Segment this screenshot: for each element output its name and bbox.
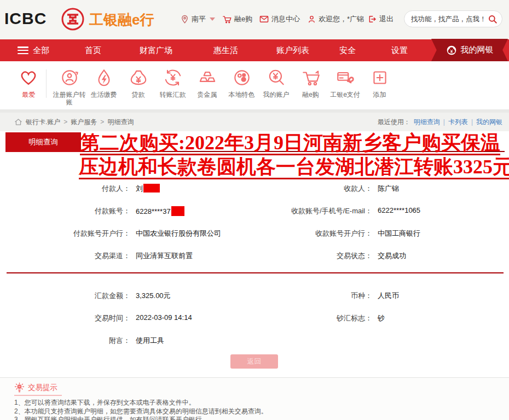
welcome-user[interactable]: 欢迎您，*广锦 [308,14,364,24]
search-input[interactable] [411,15,488,23]
detail-row: 交易时间：2022-03-09 14:14 钞汇标志：钞 [0,307,509,329]
payee-name-value: 陈广锦 [378,184,399,194]
tip-item-1: 1、您可以将查询结果下载，并保存到文本或电子表格文件中。 [14,399,509,407]
fav-item-my-account[interactable]: 我的账户 [259,67,293,109]
field-label: 钞汇标志： [253,313,372,323]
icbc-logo-icon [60,7,85,32]
detail-row: 汇款金额：3,325.00元 币种：人民币 [0,284,509,307]
redaction-box [143,184,160,192]
breadcrumb-separator: > [100,118,104,126]
epay-icon [335,67,356,88]
recent-link-my-ebank[interactable]: 我的网银 [476,118,502,127]
field-label: 付款人： [0,184,130,194]
nav-item-accounts[interactable]: 账户列表 [276,39,309,61]
field-label: 汇款金额： [0,291,130,301]
fav-item-rong-e-gou[interactable]: 融e购 [293,67,328,109]
cart-label: 融e购 [234,14,252,24]
fav-item-life-payment[interactable]: 生活缴费 [86,67,121,109]
icbc-logo-text: ICBC [4,9,47,28]
redaction-box [171,206,184,216]
fav-label: 工银e支付 [330,91,360,98]
icbc-brand-name: 工银融e行 [89,10,154,30]
annotation-line-2: 压边机和长款卷圆机各一台发湖北潜江转账3325元 [79,156,509,179]
pipe-separator: | [443,118,445,126]
field-label: 附言： [0,336,130,346]
fav-item-favorites[interactable]: 最爱 [14,67,43,109]
amount-value: 3,325.00元 [136,291,171,301]
nav-item-wealth[interactable]: 财富广场 [140,39,172,61]
fav-label: 融e购 [302,91,319,98]
detail-row: 付款账号开户行：中国农业银行股份有限公司 收款账号开户行：中国工商银行 [0,222,509,244]
logout-button[interactable]: 退出 [368,14,394,24]
welcome-label: 欢迎您，*广锦 [319,14,364,24]
field-label: 交易渠道： [0,251,130,261]
breadcrumb-separator: > [63,118,67,126]
rong-e-gou-link[interactable]: 融e购 [222,14,252,24]
message-center-link[interactable]: 消息中心 [259,14,300,24]
main-nav: 全部 首页 财富广场 惠生活 账户列表 安全 设置 我的网银 [0,39,509,61]
heart-icon [18,67,39,88]
search-icon[interactable] [488,14,498,24]
breadcrumb-bar: 银行卡.账户 > 账户服务 > 明细查询 最近使用： 明细查询 | 卡列表 | … [0,113,509,131]
register-transfer-icon [59,67,80,88]
transaction-time-value: 2022-03-09 14:14 [136,313,192,323]
field-label: 收款账号/手机号/E-mail： [253,206,372,216]
envelope-icon [259,15,269,23]
red-annotation-overlay: 第二次购买:2022年3月9日河南新乡客户购买保温 压边机和长款卷圆机各一台发湖… [80,131,508,179]
detail-row: 附言：使用工具 [0,329,509,352]
my-ebank-tab[interactable]: 我的网银 [431,39,508,61]
precious-metal-icon [197,67,218,88]
back-button[interactable]: 返回 [230,354,278,369]
logout-label: 退出 [379,14,394,24]
transaction-detail-panel: 明细查询 第二次购买:2022年3月9日河南新乡客户购买保温 压边机和长款卷圆机… [0,131,509,377]
location-pin-icon [181,14,189,24]
page-title: 明细查询 [5,132,81,152]
cart-icon [222,15,232,24]
currency-value: 人民币 [378,291,399,301]
fav-item-epay[interactable]: 工银e支付 [328,67,362,109]
nav-item-home[interactable]: 首页 [85,39,101,61]
breadcrumb-item-account-services[interactable]: 账户服务 [71,118,97,127]
nav-item-all[interactable]: 全部 [33,39,49,61]
tips-title: 交易提示 [14,381,62,396]
nav-item-life[interactable]: 惠生活 [213,39,238,61]
fav-item-local-feature[interactable]: 本地特色 [224,67,259,109]
field-label: 付款账号： [0,206,130,216]
annotation-line-1: 第二次购买:2022年3月9日河南新乡客户购买保温 [80,132,500,155]
top-header: ICBC 工银融e行 南平 融e购 [0,0,509,39]
search-bar[interactable] [404,10,502,27]
nav-item-security[interactable]: 安全 [339,39,356,61]
hamburger-menu-icon[interactable] [18,46,28,54]
my-ebank-label: 我的网银 [461,45,494,55]
breadcrumb-item-detail-query[interactable]: 明细查询 [107,118,134,127]
recent-link-detail-query[interactable]: 明细查询 [414,118,440,127]
transaction-tips-section: 交易提示 1、您可以将查询结果下载，并保存到文本或电子表格文件中。 2、本功能只… [0,377,509,420]
location-selector[interactable]: 南平 [181,14,215,24]
fav-item-add[interactable]: 添加 [362,67,397,109]
payer-bank-value: 中国农业银行股份有限公司 [136,229,221,238]
recent-link-card-list[interactable]: 卡列表 [448,118,468,127]
channel-value: 同业清算互联前置 [136,251,193,261]
local-feature-icon [232,67,252,88]
field-label: 收款人： [253,184,372,194]
location-label: 南平 [192,14,206,24]
fav-item-precious-metal[interactable]: 贵金属 [190,67,224,109]
transfer-remit-icon [163,67,183,88]
fav-item-loan[interactable]: 贷款 [121,67,155,109]
fav-item-register-transfer[interactable]: 注册账户转账 [52,67,86,109]
payer-name-value: 刘 [136,184,160,194]
breadcrumb-item-cards[interactable]: 银行卡.账户 [26,118,60,127]
field-label: 收款账号开户行： [253,229,372,238]
payee-account-value: 6222****1065 [378,206,420,216]
logout-icon [368,15,377,24]
cash-remit-flag-value: 钞 [378,313,385,323]
detail-rows-group-1: 付款人：刘 收款人：陈广锦 付款账号：6228****37 收款账号/手机号/E… [0,177,509,267]
nav-item-settings[interactable]: 设置 [391,39,408,61]
home-icon[interactable] [14,118,22,126]
life-payment-icon [94,67,114,88]
fav-item-transfer-remit[interactable]: 转账汇款 [155,67,190,109]
detail-row: 交易渠道：同业清算互联前置 交易状态：交易成功 [0,244,509,267]
status-value: 交易成功 [378,251,406,261]
fav-label: 本地特色 [229,91,255,98]
tip-item-3: 3、网银互联账户明细由开户银行提供，如有疑问请联系开户银行。 [14,416,509,420]
